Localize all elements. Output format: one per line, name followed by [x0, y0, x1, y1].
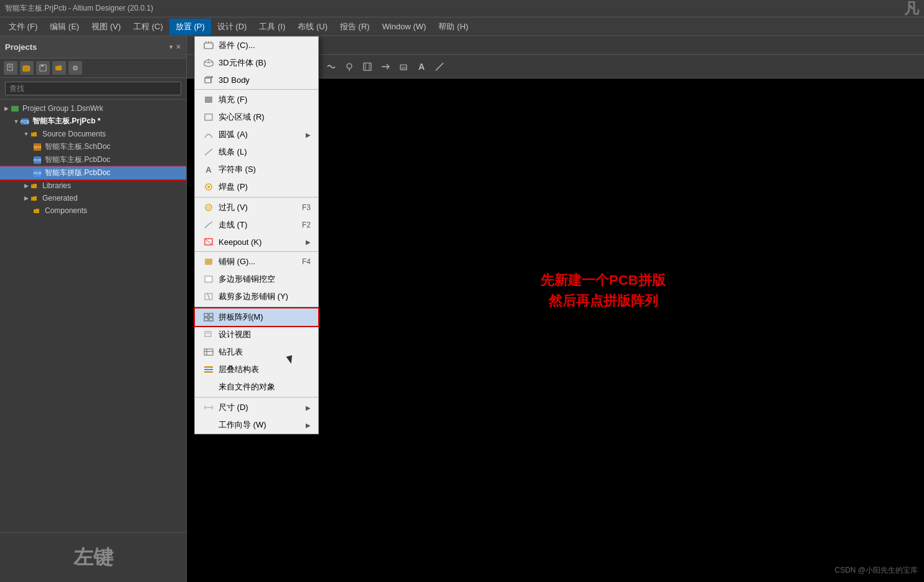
source-docs-label: Source Documents [42, 130, 106, 138]
dd-keepout[interactable]: Keepout (K) ▶ [195, 234, 318, 250]
dd-via[interactable]: 过孔 (V) F3 [195, 199, 318, 216]
libraries-item[interactable]: ▶ Libraries [0, 179, 186, 192]
dd-arc-label: 圆弧 (A) [219, 129, 306, 140]
open-project-icon[interactable] [20, 61, 34, 75]
menu-tools[interactable]: 工具 (I) [253, 19, 291, 35]
dd-dimension-label: 尺寸 (D) [219, 402, 306, 413]
menu-file[interactable]: 文件 (F) [2, 19, 44, 35]
svg-text:PCB: PCB [34, 158, 41, 162]
dd-stackup[interactable]: 层叠结构表 [195, 361, 318, 378]
pin-icon-tb[interactable] [341, 59, 357, 75]
pcb-project-icon: PCB [20, 117, 30, 126]
project-item[interactable]: ▼ PCB 智能车主板.PrjPcb * [0, 115, 186, 128]
folder-icon[interactable] [52, 61, 66, 75]
dd-drill-table[interactable]: 钻孔表 [195, 343, 318, 361]
line-icon-dd [202, 147, 215, 157]
dd-string[interactable]: A 字符串 (S) [195, 161, 318, 178]
main-layout: Projects ▾ ✕ ⚙ [0, 36, 924, 582]
project-label: 智能车主板.PrjPcb * [32, 116, 100, 126]
new-project-icon[interactable] [4, 61, 17, 75]
string-icon: A [202, 165, 215, 174]
dd-wizard[interactable]: 工作向导 (W) ▶ [195, 416, 318, 434]
folder-icon [30, 129, 40, 139]
menu-report[interactable]: 报告 (R) [334, 19, 376, 35]
design-view-icon [202, 330, 215, 340]
dd-component[interactable]: 器件 (C)... [195, 37, 318, 54]
svg-rect-68 [205, 332, 211, 336]
dd-from-file-label: 来自文件的对象 [219, 381, 311, 393]
source-documents-item[interactable]: ▼ Source Documents [0, 128, 186, 140]
dd-sep-3 [195, 251, 318, 252]
dd-panel-array[interactable]: 拼板阵列(M) [195, 308, 318, 326]
search-input[interactable] [5, 82, 181, 95]
dd-fill[interactable]: 填充 (F) [195, 91, 318, 108]
menu-bar: 文件 (F) 编辑 (E) 视图 (V) 工程 (C) 放置 (P) 设计 (D… [0, 17, 924, 36]
components-label: Components [45, 206, 87, 215]
dd-solid-region-label: 实心区域 (R) [219, 112, 311, 123]
svg-rect-5 [41, 65, 44, 67]
generated-item[interactable]: ▶ Generated [0, 192, 186, 204]
trace-icon[interactable] [359, 59, 375, 75]
dd-sep-5 [195, 397, 318, 398]
dd-route[interactable]: 走线 (T) F2 [195, 216, 318, 234]
dd-copper-pour[interactable]: 铺铜 (G)... F4 [195, 253, 318, 270]
settings-icon[interactable]: ⚙ [68, 61, 82, 75]
menu-view[interactable]: 视图 (V) [85, 19, 127, 35]
dd-fill-label: 填充 (F) [219, 94, 311, 105]
svg-line-45 [209, 62, 213, 63]
dd-3d-body[interactable]: 3D Body [195, 72, 318, 88]
dd-poly-cutout[interactable]: 多边形铺铜挖空 [195, 270, 318, 288]
projects-panel: Projects ▾ ✕ ⚙ [0, 36, 187, 582]
pin-icon[interactable]: ▾ [169, 43, 173, 51]
canvas-watermark: CSDN @小阳先生的宝库 [834, 565, 918, 576]
panel-array-icon [202, 312, 215, 322]
dd-from-file[interactable]: 来自文件的对象 [195, 378, 318, 396]
svg-line-37 [436, 63, 443, 70]
dd-design-view[interactable]: 设计视图 [195, 326, 318, 343]
line-icon-tb[interactable] [431, 59, 448, 75]
menu-edit[interactable]: 编辑 (E) [44, 19, 85, 35]
3d-component-icon [202, 58, 215, 68]
svg-text:SCH: SCH [34, 145, 42, 149]
wizard-icon [202, 420, 215, 430]
resize-icon[interactable] [377, 59, 394, 75]
menu-design[interactable]: 设计 (D) [211, 19, 253, 35]
svg-line-63 [207, 293, 210, 300]
text-icon-tb[interactable]: A [413, 59, 430, 75]
sch-doc-item[interactable]: SCH 智能车主板.SchDoc [0, 140, 186, 153]
left-watermark: 左键 [0, 532, 187, 582]
pcb-doc-item[interactable]: PCB 智能车主板.PcbDoc [0, 153, 186, 166]
dd-line[interactable]: 线条 (L) [195, 143, 318, 161]
menu-help[interactable]: 帮助 (H) [432, 19, 474, 35]
dd-3d-component[interactable]: 3D元件体 (B) [195, 54, 318, 72]
generated-label: Generated [42, 194, 78, 203]
dd-pad[interactable]: 焊盘 (P) [195, 178, 318, 196]
dd-poly-cut[interactable]: 裁剪多边形铺铜 (Y) [195, 288, 318, 305]
dd-copper-shortcut: F4 [302, 257, 311, 266]
drill-table-icon [202, 347, 215, 357]
menu-window[interactable]: Window (W) [376, 19, 433, 34]
menu-project[interactable]: 工程 (C) [127, 19, 169, 35]
fill-icon [202, 95, 215, 105]
menu-route[interactable]: 布线 (U) [291, 19, 334, 35]
dd-dimension[interactable]: 尺寸 (D) ▶ [195, 399, 318, 416]
panel-title: Projects [5, 42, 37, 52]
dd-design-view-label: 设计视图 [219, 329, 311, 340]
dd-route-shortcut: F2 [302, 221, 311, 229]
panel-toolbar: ⚙ [0, 59, 186, 78]
close-icon[interactable]: ✕ [176, 43, 181, 51]
svg-line-52 [205, 149, 212, 155]
wave-icon[interactable] [323, 59, 339, 75]
menu-place[interactable]: 放置 (P) [169, 19, 211, 35]
project-group-item[interactable]: ▶ Project Group 1.DsnWrk [0, 102, 186, 115]
components-item[interactable]: Components [0, 204, 186, 217]
svg-rect-51 [205, 114, 212, 120]
view3d-icon[interactable]: 3D [395, 59, 412, 75]
dd-solid-region[interactable]: 实心区域 (R) [195, 108, 318, 126]
svg-text:3D: 3D [401, 66, 406, 70]
pinban-pcb-doc-item[interactable]: PCB 智能车拼版.PcbDoc [0, 166, 186, 179]
save-icon[interactable] [36, 61, 50, 75]
svg-rect-50 [205, 97, 212, 103]
svg-rect-59 [205, 259, 212, 265]
dd-arc[interactable]: 圆弧 (A) ▶ [195, 126, 318, 143]
